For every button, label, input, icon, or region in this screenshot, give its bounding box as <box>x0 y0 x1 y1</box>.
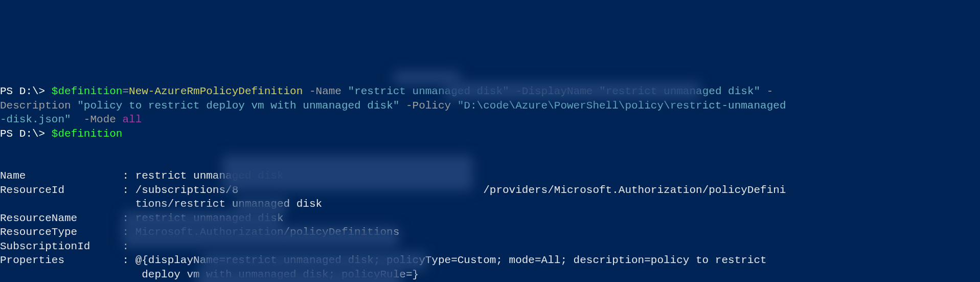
param-displayname: -DisplayName <box>509 85 599 97</box>
output-name: Name : restrict unmanaged disk <box>0 170 284 182</box>
terminal-content: PS D:\> $definition=New-AzureRmPolicyDef… <box>0 84 980 282</box>
string: "policy to restrict deploy vm with unman… <box>77 100 399 112</box>
variable: $definition <box>52 85 123 97</box>
output-resourceid: /providers/Microsoft.Authorization/polic… <box>483 184 786 196</box>
output-properties: deploy vm with unmanaged disk; policyRul… <box>0 269 419 280</box>
prompt: PS D:\> <box>0 128 52 140</box>
string: ict-unmanaged <box>702 100 786 112</box>
prompt: PS D:\> <box>0 85 52 97</box>
string: "restrict unmanaged disk" <box>599 85 760 97</box>
operator: = <box>122 85 129 97</box>
cmdlet: New-AzureRmPolicyDefinition <box>129 85 303 97</box>
output-resourcename: ResourceName : restrict unmanaged disk <box>0 212 284 224</box>
output-resourceid: tions/restrict unmanaged disk <box>0 198 322 210</box>
arg: all <box>122 114 142 125</box>
output-subscriptionid: SubscriptionId : <box>0 241 135 252</box>
string: -disk.json" <box>0 114 77 125</box>
output-properties: Properties : @{displayName=restrict unma… <box>0 254 767 266</box>
variable: $definition <box>52 128 123 140</box>
output-resourcetype: ResourceType : Microsoft.Authorization/p… <box>0 226 399 238</box>
string: "D:\code\Azure\PowerShell\policy\restr <box>458 100 702 112</box>
output-resourceid: ResourceId : /subscriptions/8 <box>0 184 238 196</box>
param-mode: -Mode <box>77 114 122 125</box>
redaction <box>394 71 460 85</box>
dash: - <box>760 85 773 97</box>
string: "restrict unmanaged disk" <box>348 85 509 97</box>
param-description: Description <box>0 100 77 112</box>
param-name: -Name <box>303 85 348 97</box>
param-policy: -Policy <box>399 100 457 112</box>
terminal[interactable]: PS D:\> $definition=New-AzureRmPolicyDef… <box>0 71 980 283</box>
